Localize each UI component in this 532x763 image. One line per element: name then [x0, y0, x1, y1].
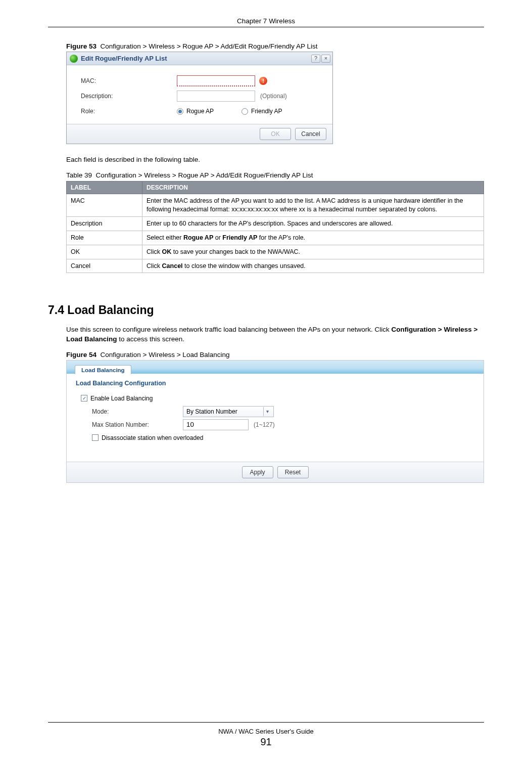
- row-label: OK: [67, 245, 142, 259]
- role-label: Role:: [81, 108, 177, 115]
- max-station-input[interactable]: [183, 419, 249, 430]
- description-label: Description:: [81, 93, 177, 100]
- disassociate-label: Disassociate station when overloaded: [102, 434, 203, 441]
- section-7-4-heading: 7.4 Load Balancing: [48, 303, 484, 317]
- optional-hint: (Optional): [260, 93, 287, 100]
- footer-rule: [48, 722, 484, 723]
- radio-icon: [177, 108, 183, 115]
- close-icon[interactable]: ×: [321, 55, 330, 63]
- table-intro-text: Each field is described in the following…: [66, 155, 484, 164]
- table-39-label: Table 39: [66, 171, 92, 179]
- figure-53-label: Figure 53: [66, 42, 96, 50]
- table-row: Role Select either Rogue AP or Friendly …: [67, 231, 484, 245]
- table-header-description: DESCRIPTION: [142, 182, 484, 194]
- ok-button[interactable]: OK: [260, 128, 291, 140]
- figure-53-caption-text: Configuration > Wireless > Rogue AP > Ad…: [101, 42, 318, 50]
- role-friendly-radio[interactable]: Friendly AP: [241, 108, 282, 115]
- table-row: Cancel Click Cancel to close the window …: [67, 259, 484, 273]
- help-icon[interactable]: ?: [311, 55, 320, 63]
- max-station-label: Max Station Number:: [92, 421, 183, 428]
- row-desc: Enter the MAC address of the AP you want…: [142, 194, 484, 217]
- row-desc: Click Cancel to close the window with ch…: [142, 259, 484, 273]
- row-label: Role: [67, 231, 142, 245]
- table-row: Description Enter up to 60 characters fo…: [67, 216, 484, 231]
- edit-rogue-dialog: Edit Rogue/Friendly AP List ? × MAC: ! D…: [66, 52, 333, 144]
- row-label: MAC: [67, 194, 142, 217]
- section-7-4-intro: Use this screen to configure wireless ne…: [66, 325, 484, 343]
- mode-label: Mode:: [92, 408, 183, 415]
- row-desc: Select either Rogue AP or Friendly AP fo…: [142, 231, 484, 245]
- enable-checkbox[interactable]: [81, 395, 87, 401]
- dialog-titlebar: Edit Rogue/Friendly AP List ? ×: [67, 52, 332, 65]
- table-39: LABEL DESCRIPTION MAC Enter the MAC addr…: [66, 181, 484, 273]
- mac-label: MAC:: [81, 77, 177, 84]
- mode-select-value: By Station Number: [186, 408, 237, 415]
- panel-footer: Apply Reset: [67, 462, 483, 482]
- disassociate-checkbox[interactable]: [92, 434, 99, 441]
- role-rogue-label: Rogue AP: [186, 108, 214, 115]
- row-desc: Enter up to 60 characters for the AP's d…: [142, 216, 484, 231]
- radio-icon: [241, 108, 248, 115]
- role-friendly-label: Friendly AP: [251, 108, 282, 115]
- chapter-header: Chapter 7 Wireless: [48, 17, 484, 25]
- description-input[interactable]: [177, 91, 255, 102]
- mode-select[interactable]: By Station Number ▾: [183, 406, 274, 417]
- panel-section-title: Load Balancing Configuration: [76, 380, 474, 387]
- row-label: Cancel: [67, 259, 142, 273]
- chevron-down-icon: ▾: [263, 407, 271, 416]
- mac-input[interactable]: [177, 75, 255, 86]
- figure-53-caption: Figure 53 Configuration > Wireless > Rog…: [66, 42, 484, 50]
- table-row: OK Click OK to save your changes back to…: [67, 245, 484, 259]
- figure-54-caption: Figure 54 Configuration > Wireless > Loa…: [66, 351, 484, 358]
- footer-guide-text: NWA / WAC Series User's Guide: [0, 728, 532, 735]
- table-header-label: LABEL: [67, 182, 142, 194]
- reset-button[interactable]: Reset: [277, 466, 309, 478]
- page-number: 91: [0, 736, 532, 748]
- max-station-hint: (1~127): [254, 421, 275, 428]
- figure-54-label: Figure 54: [66, 351, 96, 358]
- role-rogue-radio[interactable]: Rogue AP: [177, 108, 214, 115]
- header-rule: [48, 27, 484, 27]
- table-row: MAC Enter the MAC address of the AP you …: [67, 194, 484, 217]
- row-label: Description: [67, 216, 142, 231]
- panel-body: Load Balancing Configuration Enable Load…: [67, 374, 483, 462]
- warning-icon: !: [259, 77, 267, 85]
- table-39-caption-text: Configuration > Wireless > Rogue AP > Ad…: [96, 171, 313, 179]
- dialog-footer: OK Cancel: [67, 124, 332, 144]
- figure-54-caption-text: Configuration > Wireless > Load Balancin…: [101, 351, 230, 358]
- dialog-body: MAC: ! Description: (Optional) Role: Rog…: [67, 65, 332, 124]
- enable-label: Enable Load Balancing: [90, 395, 153, 402]
- cancel-button[interactable]: Cancel: [295, 128, 326, 140]
- tab-row: Load Balancing: [67, 361, 483, 374]
- tab-load-balancing[interactable]: Load Balancing: [75, 365, 131, 374]
- dialog-title: Edit Rogue/Friendly AP List: [81, 55, 308, 62]
- load-balancing-panel: Load Balancing Load Balancing Configurat…: [66, 360, 484, 483]
- dialog-wand-icon: [70, 55, 78, 63]
- table-39-caption: Table 39 Configuration > Wireless > Rogu…: [66, 171, 484, 179]
- row-desc: Click OK to save your changes back to th…: [142, 245, 484, 259]
- page-footer: NWA / WAC Series User's Guide 91: [0, 722, 532, 748]
- apply-button[interactable]: Apply: [242, 466, 273, 478]
